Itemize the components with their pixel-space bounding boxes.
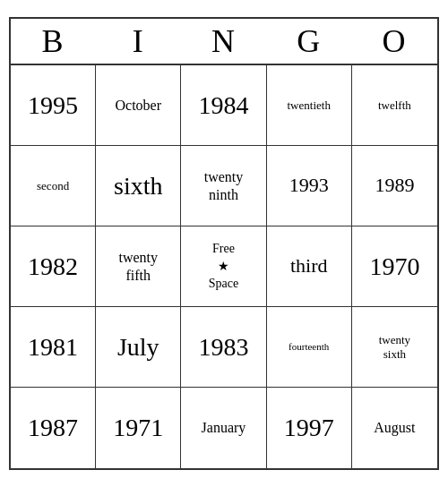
cell-text: 1970 xyxy=(369,252,419,282)
header-letter: G xyxy=(267,19,352,64)
bingo-cell: twentyninth xyxy=(181,146,266,226)
cell-text: twentieth xyxy=(288,98,331,113)
cell-text: sixth xyxy=(114,171,162,201)
cell-text: July xyxy=(117,332,159,363)
bingo-cell: August xyxy=(352,388,437,468)
bingo-cell: 1997 xyxy=(267,388,352,468)
cell-text: October xyxy=(116,97,162,114)
cell-text: twentysixth xyxy=(379,333,410,361)
cell-text: 1984 xyxy=(198,90,248,121)
bingo-cell: 1983 xyxy=(181,307,266,388)
cell-text: January xyxy=(202,419,246,436)
header-letter: N xyxy=(181,19,266,64)
cell-text: 1987 xyxy=(28,413,78,443)
cell-text: twelfth xyxy=(378,98,411,113)
bingo-cell: second xyxy=(11,146,96,226)
bingo-cell: 1982 xyxy=(11,226,96,307)
header-letter: O xyxy=(352,19,437,64)
bingo-cell: sixth xyxy=(96,146,181,226)
cell-text: 1983 xyxy=(198,332,248,363)
cell-text: August xyxy=(374,419,415,436)
cell-text: 1997 xyxy=(284,413,334,443)
bingo-cell: twentieth xyxy=(267,65,352,146)
bingo-cell: 1993 xyxy=(267,146,352,226)
free-space-text: Free★Space xyxy=(209,240,238,293)
bingo-cell: 1987 xyxy=(11,388,96,468)
bingo-cell: fourteenth xyxy=(267,307,352,388)
bingo-card: BINGO 1995October1984twentiethtwelfthsec… xyxy=(9,17,439,470)
bingo-cell: 1995 xyxy=(11,65,96,146)
bingo-header: BINGO xyxy=(11,19,437,65)
cell-text: 1995 xyxy=(28,90,78,121)
cell-text: second xyxy=(37,179,69,193)
bingo-cell: January xyxy=(181,388,266,468)
bingo-cell: twelfth xyxy=(352,65,437,146)
cell-text: 1971 xyxy=(113,413,163,443)
cell-text: fourteenth xyxy=(289,341,329,353)
bingo-cell: Free★Space xyxy=(181,226,266,307)
bingo-cell: twentysixth xyxy=(352,307,437,388)
bingo-cell: 1981 xyxy=(11,307,96,388)
cell-text: twentyfifth xyxy=(119,249,159,283)
cell-text: 1981 xyxy=(28,332,78,363)
cell-text: 1989 xyxy=(375,174,414,197)
header-letter: B xyxy=(11,19,96,64)
bingo-cell: 1971 xyxy=(96,388,181,468)
bingo-cell: 1970 xyxy=(352,226,437,307)
bingo-cell: 1984 xyxy=(181,65,266,146)
header-letter: I xyxy=(96,19,181,64)
bingo-cell: 1989 xyxy=(352,146,437,226)
bingo-cell: July xyxy=(96,307,181,388)
bingo-grid: 1995October1984twentiethtwelfthsecondsix… xyxy=(11,65,437,468)
cell-text: 1982 xyxy=(28,252,78,282)
bingo-cell: twentyfifth xyxy=(96,226,181,307)
bingo-cell: third xyxy=(267,226,352,307)
cell-text: 1993 xyxy=(289,174,329,197)
bingo-cell: October xyxy=(96,65,181,146)
cell-text: twentyninth xyxy=(204,168,244,202)
cell-text: third xyxy=(290,254,328,278)
